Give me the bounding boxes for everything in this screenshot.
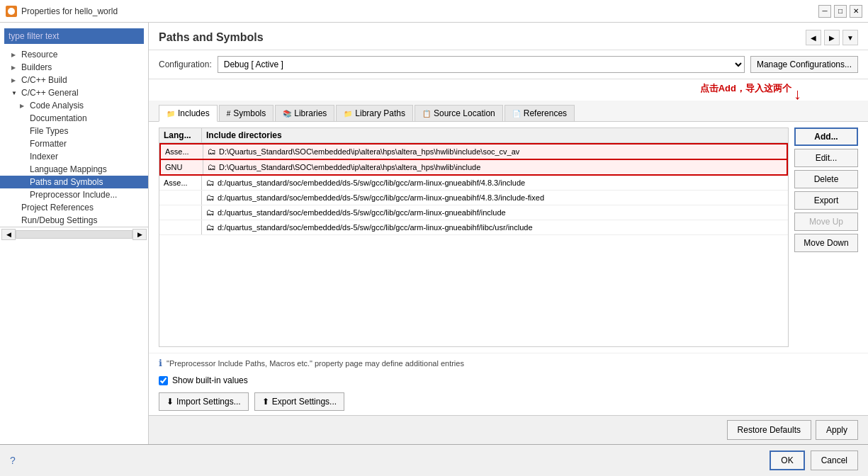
app-icon	[6, 6, 17, 17]
sidebar-item-formatter[interactable]: Formatter	[0, 137, 148, 150]
tab-libraries-label: Libraries	[294, 108, 327, 118]
sidebar-item-label: Project References	[21, 203, 94, 212]
table-row[interactable]: 🗂 d:/quartus_standard/soc/embedded/ds-5/…	[159, 191, 788, 205]
info-text: "Preprocessor Include Paths, Macros etc.…	[167, 359, 464, 368]
arrow-icon: ▼	[11, 90, 18, 96]
tab-source-location[interactable]: 📋 Source Location	[415, 105, 503, 121]
edit-button[interactable]: Edit...	[794, 149, 858, 167]
maximize-button[interactable]: □	[834, 5, 847, 18]
tab-library-paths-label: Library Paths	[355, 108, 405, 118]
tab-includes-label: Includes	[178, 108, 210, 118]
cell-dir-text: d:/quartus_standard/soc/embedded/ds-5/sw…	[218, 208, 506, 217]
sidebar-item-code-analysis[interactable]: ▶ Code Analysis	[0, 99, 148, 112]
nav-forward-button[interactable]: ▶	[824, 30, 840, 45]
arrow-icon: ▶	[20, 103, 27, 109]
ok-button[interactable]: OK	[770, 450, 804, 470]
move-down-button[interactable]: Move Down	[794, 234, 858, 252]
scroll-left-button[interactable]: ◀	[1, 229, 16, 240]
cell-dir: 🗂 D:\Quartus_Standard\SOC\embedded\ip\al…	[203, 144, 787, 159]
minimize-button[interactable]: ─	[818, 5, 831, 18]
tab-symbols[interactable]: # Symbols	[219, 105, 274, 121]
sidebar-item-label: Indexer	[30, 152, 58, 162]
cell-lang: Asse...	[161, 144, 203, 159]
sidebar-item-label: Run/Debug Settings	[21, 215, 97, 225]
tab-references[interactable]: 📄 References	[505, 105, 575, 121]
tab-symbols-label: Symbols	[233, 108, 266, 118]
table-row[interactable]: Asse... 🗂 D:\Quartus_Standard\SOC\embedd…	[159, 143, 788, 160]
cancel-button[interactable]: Cancel	[811, 450, 858, 470]
help-icon[interactable]: ?	[10, 455, 764, 466]
sidebar: ▶ Resource ▶ Builders ▶ C/C++ Build ▼ C/…	[0, 23, 149, 444]
sidebar-item-preprocessor[interactable]: Preprocessor Include...	[0, 188, 148, 201]
sidebar-item-label: Language Mappings	[30, 164, 107, 174]
panel-nav: ◀ ▶ ▼	[806, 30, 858, 45]
scroll-right-button[interactable]: ▶	[133, 229, 147, 240]
close-button[interactable]: ✕	[850, 5, 862, 18]
config-dropdown[interactable]: Debug [ Active ]	[218, 56, 745, 73]
col-lang-header: Lang...	[159, 128, 202, 142]
table-row[interactable]: 🗂 d:/quartus_standard/soc/embedded/ds-5/…	[159, 205, 788, 220]
cell-dir-text: D:\Quartus_Standard\SOC\embedded\ip\alte…	[219, 147, 519, 156]
add-button[interactable]: Add...	[794, 128, 858, 146]
show-builtin-checkbox[interactable]	[159, 376, 168, 385]
tab-library-paths[interactable]: 📁 Library Paths	[336, 105, 413, 121]
sidebar-item-resource[interactable]: ▶ Resource	[0, 48, 148, 61]
sidebar-item-project-references[interactable]: Project References	[0, 201, 148, 214]
table-header: Lang... Include directories	[159, 128, 788, 143]
cell-lang	[159, 191, 202, 205]
folder-icon: 🗂	[206, 178, 215, 188]
tab-references-icon: 📄	[512, 110, 521, 118]
table-row[interactable]: GNU 🗂 D:\Quartus_Standard\SOC\embedded\i…	[159, 160, 788, 176]
cell-lang	[159, 205, 202, 220]
dialog-title: Properties for hello_world	[21, 6, 818, 16]
cell-dir: 🗂 d:/quartus_standard/soc/embedded/ds-5/…	[202, 191, 788, 205]
sidebar-item-documentation[interactable]: Documentation	[0, 112, 148, 125]
sidebar-item-language-mappings[interactable]: Language Mappings	[0, 163, 148, 176]
cell-dir-text: d:/quartus_standard/soc/embedded/ds-5/sw…	[218, 223, 533, 232]
import-export-row: ⬇ Import Settings... ⬆ Export Settings..…	[149, 388, 868, 415]
sidebar-item-cpp-build[interactable]: ▶ C/C++ Build	[0, 74, 148, 86]
apply-button[interactable]: Apply	[816, 420, 858, 440]
cell-lang: Asse...	[159, 176, 202, 190]
title-bar: Properties for hello_world ─ □ ✕	[0, 0, 868, 23]
export-settings-button[interactable]: ⬆ Export Settings...	[254, 392, 344, 411]
sidebar-scroll-area[interactable]: ◀ ▶	[0, 227, 148, 242]
nav-down-button[interactable]: ▼	[842, 30, 858, 45]
sidebar-item-builders[interactable]: ▶ Builders	[0, 61, 148, 74]
info-icon: ℹ	[159, 358, 162, 368]
tab-source-location-label: Source Location	[434, 108, 495, 118]
nav-back-button[interactable]: ◀	[806, 30, 821, 45]
sidebar-item-run-debug[interactable]: Run/Debug Settings	[0, 214, 148, 227]
arrow-icon: ▶	[11, 52, 18, 58]
cell-dir-text: d:/quartus_standard/soc/embedded/ds-5/sw…	[218, 193, 544, 202]
arrow-icon: ▶	[11, 64, 18, 71]
restore-defaults-button[interactable]: Restore Defaults	[727, 420, 811, 440]
import-settings-button[interactable]: ⬇ Import Settings...	[159, 392, 249, 411]
config-row: Configuration: Debug [ Active ] Manage C…	[149, 50, 868, 79]
sidebar-item-label: Documentation	[30, 113, 87, 123]
tab-includes[interactable]: 📁 Includes	[159, 105, 218, 122]
annotation-text: 点击Add，导入这两个	[700, 82, 791, 95]
sidebar-item-label: C/C++ General	[21, 88, 79, 98]
folder-icon: 🗂	[208, 162, 216, 172]
cell-lang: GNU	[161, 160, 203, 174]
col-dir-header: Include directories	[202, 128, 788, 142]
filter-input[interactable]	[4, 28, 144, 44]
tab-libraries[interactable]: 📚 Libraries	[275, 105, 334, 121]
sidebar-item-indexer[interactable]: Indexer	[0, 150, 148, 163]
move-up-button[interactable]: Move Up	[794, 212, 858, 231]
sidebar-item-label: Preprocessor Include...	[30, 190, 117, 200]
sidebar-item-label: Resource	[21, 50, 57, 60]
table-row[interactable]: Asse... 🗂 d:/quartus_standard/soc/embedd…	[159, 176, 788, 191]
sidebar-item-cpp-general[interactable]: ▼ C/C++ General	[0, 86, 148, 99]
cell-dir: 🗂 d:/quartus_standard/soc/embedded/ds-5/…	[202, 176, 788, 190]
delete-button[interactable]: Delete	[794, 170, 858, 188]
sidebar-item-paths-and-symbols[interactable]: Paths and Symbols	[0, 176, 148, 188]
sidebar-item-file-types[interactable]: File Types	[0, 125, 148, 137]
tab-library-paths-icon: 📁	[344, 110, 352, 118]
manage-configurations-button[interactable]: Manage Configurations...	[750, 56, 858, 73]
export-button[interactable]: Export	[794, 191, 858, 210]
table-row[interactable]: 🗂 d:/quartus_standard/soc/embedded/ds-5/…	[159, 220, 788, 235]
cell-dir: 🗂 d:/quartus_standard/soc/embedded/ds-5/…	[202, 205, 788, 220]
show-builtin-label[interactable]: Show built-in values	[172, 375, 248, 385]
